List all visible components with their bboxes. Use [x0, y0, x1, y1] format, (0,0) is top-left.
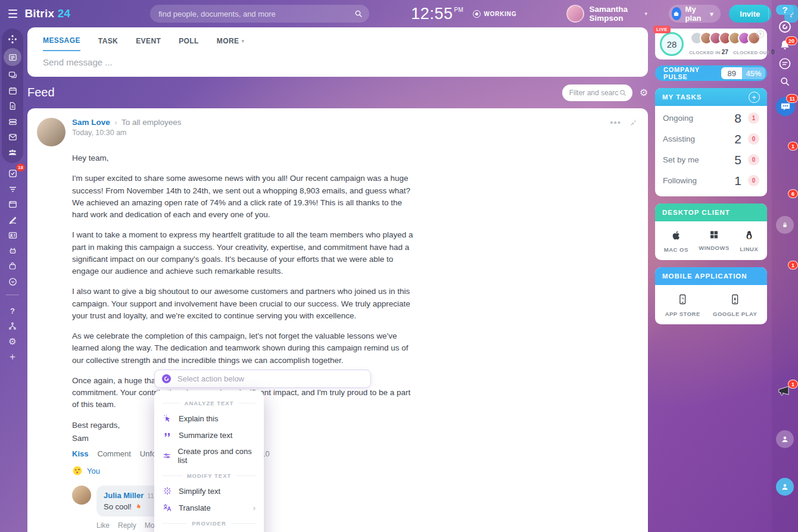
desktop-linux-link[interactable]: LINUX — [740, 229, 758, 253]
sidebar-item-more-apps[interactable] — [4, 274, 21, 289]
task-row-assisting[interactable]: Assisting20 — [663, 129, 759, 149]
sidebar-item-settings[interactable]: ⚙ — [4, 334, 21, 349]
chat-avatar[interactable] — [776, 525, 794, 532]
tab-task[interactable]: TASK — [98, 36, 118, 51]
kiss-emoji-icon[interactable] — [72, 465, 83, 476]
chat-avatar[interactable] — [776, 406, 794, 424]
chat-avatar[interactable] — [776, 359, 794, 377]
sidebar-item-messenger[interactable] — [4, 67, 21, 83]
mobile-googleplay-link[interactable]: GOOGLE PLAY — [713, 293, 757, 317]
avatar[interactable] — [37, 118, 66, 146]
sidebar-item-sign[interactable] — [4, 212, 21, 227]
global-search-input[interactable] — [158, 10, 354, 18]
menu-section-header: MODIFY TEXT — [154, 468, 264, 483]
sidebar-item-add[interactable]: + — [4, 349, 21, 365]
messenger-strip-icon[interactable] — [776, 57, 794, 71]
locked-chat[interactable] — [776, 216, 794, 234]
mobile-appstore-link[interactable]: APP STORE — [665, 293, 700, 317]
menu-item-simplify-text[interactable]: Simplify text — [154, 483, 264, 499]
tab-event[interactable]: EVENT — [136, 36, 161, 51]
company-pulse-widget[interactable]: COMPANY PULSE 89 45% — [655, 65, 767, 81]
like-action[interactable]: Like — [96, 521, 110, 530]
menu-item-summarize-text[interactable]: Summarize text — [154, 427, 264, 443]
chat-avatar[interactable] — [776, 478, 794, 496]
reply-action[interactable]: Reply — [118, 521, 136, 530]
invite-button[interactable]: Invite ▾ — [729, 5, 771, 23]
feed-filter[interactable] — [562, 85, 632, 101]
sidebar-item-tasks[interactable]: 18 — [4, 165, 21, 181]
desktop-macos-link[interactable]: MAC OS — [664, 229, 688, 253]
reaction-user[interactable]: You — [87, 467, 100, 475]
clock-in-widget[interactable]: LIVE ? 28 CLOCKED IN27 CLOCKED OUT0 — [655, 29, 767, 60]
my-plan-button[interactable]: My plan ▾ — [669, 5, 721, 23]
user-menu[interactable]: Samantha Simpson ▾ — [566, 5, 647, 23]
clocked-count[interactable]: 28 — [660, 32, 684, 56]
feed-filter-input[interactable] — [569, 89, 619, 97]
add-task-button[interactable]: + — [749, 92, 760, 103]
tab-poll[interactable]: POLL — [179, 36, 199, 51]
chat-avatar[interactable] — [776, 311, 794, 329]
sidebar-item-calendar[interactable] — [4, 83, 21, 98]
task-row-set-by-me[interactable]: Set by me50 — [663, 149, 759, 170]
chat-avatar[interactable] — [776, 287, 794, 305]
comment-author[interactable]: Julia Miller — [104, 491, 144, 500]
sidebar-item-docs[interactable] — [4, 98, 21, 114]
kiss-action[interactable]: Kiss — [72, 449, 88, 458]
chat-avatar[interactable]: 1 — [776, 264, 794, 281]
chat-avatar[interactable] — [776, 335, 794, 353]
app-logo[interactable]: Bitrix 24 — [24, 7, 70, 20]
announcement-chat[interactable]: 1 — [776, 383, 794, 400]
chat-avatar[interactable] — [776, 502, 794, 520]
sidebar-item-groups[interactable] — [4, 145, 21, 160]
chat-avatar[interactable]: 6 — [776, 192, 794, 210]
sidebar-item-structure[interactable] — [4, 318, 21, 334]
chat-avatar[interactable] — [776, 430, 794, 448]
chat-avatar[interactable] — [776, 240, 794, 258]
sidebar-item-sites[interactable] — [4, 196, 21, 212]
search-icon[interactable] — [354, 9, 363, 18]
sidebar-item-market[interactable] — [4, 258, 21, 274]
sidebar-item-feed[interactable] — [4, 48, 21, 66]
sidebar-item-automation[interactable] — [4, 243, 21, 258]
post-recipients[interactable]: To all employees — [121, 118, 182, 127]
copilot-prompt[interactable] — [154, 370, 371, 388]
chat-avatar[interactable] — [776, 168, 794, 186]
sidebar-item-crm[interactable] — [4, 181, 21, 196]
global-search[interactable] — [150, 5, 369, 23]
work-clock[interactable]: 12:55 PM — [411, 5, 463, 23]
desktop-windows-link[interactable]: WINDOWS — [699, 229, 730, 253]
help-button[interactable]: ? — [776, 5, 794, 15]
sidebar-item-hr[interactable] — [4, 227, 21, 243]
menu-item-translate[interactable]: Translate › — [154, 499, 264, 516]
tab-more[interactable]: MORE▾ — [217, 36, 245, 51]
task-row-following[interactable]: Following10 — [663, 170, 759, 191]
copilot-prompt-input[interactable] — [177, 374, 363, 383]
chat-avatar[interactable] — [776, 454, 794, 472]
sidebar-item-mail[interactable] — [4, 129, 21, 145]
chat-avatar[interactable]: 1 — [776, 145, 794, 162]
sidebar-item-copilot[interactable] — [4, 32, 21, 47]
feed-header: Feed ⚙ — [27, 77, 648, 108]
menu-item-explain-this[interactable]: Explain this — [154, 410, 264, 427]
sidebar-item-help[interactable]: ? — [4, 303, 21, 318]
pin-icon[interactable] — [628, 118, 637, 127]
search-strip-icon[interactable] — [776, 76, 794, 87]
post-author[interactable]: Sam Love — [72, 118, 110, 127]
more-options-icon[interactable]: ••• — [610, 120, 621, 126]
copilot-strip-icon[interactable] — [776, 20, 794, 34]
task-row-ongoing[interactable]: Ongoing81 — [663, 108, 759, 129]
working-status[interactable]: WORKING — [473, 10, 516, 18]
sidebar-item-drive[interactable] — [4, 114, 21, 129]
chat-avatar[interactable] — [776, 121, 794, 139]
general-chat[interactable]: 11 — [776, 97, 794, 115]
comment-action[interactable]: Comment — [97, 449, 130, 458]
send-message-input[interactable] — [43, 57, 632, 67]
search-icon[interactable] — [619, 89, 627, 97]
tab-message[interactable]: MESSAGE — [43, 36, 80, 51]
help-icon[interactable]: ? — [756, 30, 764, 38]
notifications-bell-icon[interactable]: 20 — [776, 39, 794, 52]
feed-settings-gear-icon[interactable]: ⚙ — [640, 87, 648, 98]
avatar[interactable] — [72, 486, 91, 505]
menu-icon[interactable] — [8, 10, 17, 18]
menu-item-pros-cons[interactable]: Create pros and cons list — [154, 443, 264, 468]
